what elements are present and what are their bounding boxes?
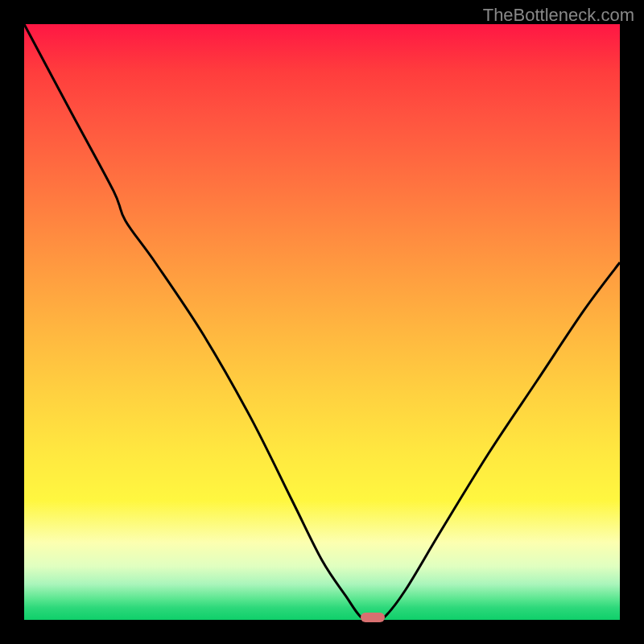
bottleneck-marker	[361, 613, 385, 622]
bottleneck-curve	[24, 24, 620, 620]
watermark-text: TheBottleneck.com	[483, 5, 634, 26]
chart-container	[24, 24, 620, 620]
